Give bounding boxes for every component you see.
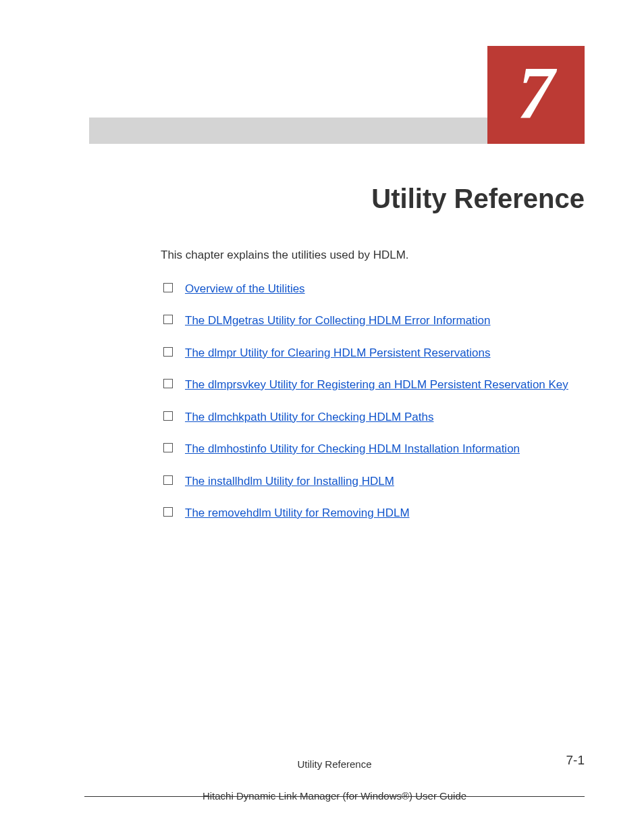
checkbox-bullet-icon bbox=[163, 475, 173, 485]
chapter-title: Utility Reference bbox=[371, 184, 585, 214]
checkbox-bullet-icon bbox=[163, 443, 173, 452]
toc-item: The dlmhostinfo Utility for Checking HDL… bbox=[161, 440, 585, 458]
toc-link-dlmchkpath[interactable]: The dlmchkpath Utility for Checking HDLM… bbox=[185, 409, 433, 426]
intro-text: This chapter explains the utilities used… bbox=[161, 246, 585, 264]
toc-item: The removehdlm Utility for Removing HDLM bbox=[161, 504, 585, 522]
toc-item: The installhdlm Utility for Installing H… bbox=[161, 473, 585, 490]
toc-item: The dlmprsvkey Utility for Registering a… bbox=[161, 376, 585, 394]
toc-link-dlmhostinfo[interactable]: The dlmhostinfo Utility for Checking HDL… bbox=[185, 440, 520, 458]
footer-section-title: Utility Reference bbox=[84, 758, 585, 770]
chapter-banner: 7 bbox=[0, 46, 644, 144]
checkbox-bullet-icon bbox=[163, 315, 173, 324]
toc-item: The dlmpr Utility for Clearing HDLM Pers… bbox=[161, 344, 585, 362]
checkbox-bullet-icon bbox=[163, 507, 173, 517]
chapter-body: This chapter explains the utilities used… bbox=[161, 246, 585, 537]
toc-link-overview[interactable]: Overview of the Utilities bbox=[185, 280, 305, 298]
footer-rule bbox=[84, 796, 585, 797]
toc-item: The dlmchkpath Utility for Checking HDLM… bbox=[161, 409, 585, 426]
toc-item: The DLMgetras Utility for Collecting HDL… bbox=[161, 312, 585, 330]
chapter-number-box: 7 bbox=[487, 46, 585, 144]
toc-link-dlmprsvkey[interactable]: The dlmprsvkey Utility for Registering a… bbox=[185, 376, 568, 394]
checkbox-bullet-icon bbox=[163, 283, 173, 292]
toc-item: Overview of the Utilities bbox=[161, 280, 585, 298]
toc-link-installhdlm[interactable]: The installhdlm Utility for Installing H… bbox=[185, 473, 394, 490]
toc-link-dlmpr[interactable]: The dlmpr Utility for Clearing HDLM Pers… bbox=[185, 344, 491, 362]
chapter-number: 7 bbox=[518, 55, 555, 130]
checkbox-bullet-icon bbox=[163, 379, 173, 388]
document-page: 7 Utility Reference This chapter explain… bbox=[0, 0, 644, 834]
toc-link-removehdlm[interactable]: The removehdlm Utility for Removing HDLM bbox=[185, 504, 410, 522]
checkbox-bullet-icon bbox=[163, 347, 173, 357]
toc-link-dlmgetras[interactable]: The DLMgetras Utility for Collecting HDL… bbox=[185, 312, 491, 330]
footer-page-number: 7-1 bbox=[566, 753, 585, 768]
page-footer: Utility Reference 7-1 Hitachi Dynamic Li… bbox=[84, 773, 585, 802]
checkbox-bullet-icon bbox=[163, 411, 173, 421]
